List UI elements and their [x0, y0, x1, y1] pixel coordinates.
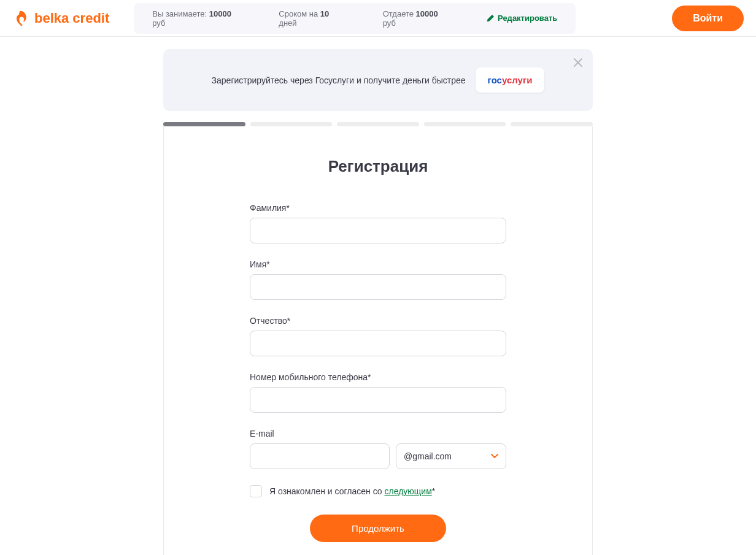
- page-header: belka credit Вы занимаете: 10000 руб Сро…: [0, 0, 756, 37]
- firstname-input[interactable]: [250, 274, 506, 300]
- firstname-field-group: Имя*: [250, 259, 506, 300]
- repay-info: Отдаете 10000 руб: [383, 9, 450, 28]
- borrow-info: Вы занимаете: 10000 руб: [152, 9, 242, 28]
- patronymic-field-group: Отчество*: [250, 316, 506, 356]
- lastname-field-group: Фамилия*: [250, 203, 506, 243]
- page-title: Регистрация: [250, 157, 506, 176]
- registration-form: Регистрация Фамилия* Имя* Отчество* Номе…: [163, 126, 593, 555]
- pencil-icon: [487, 15, 494, 22]
- progress-step-5: [511, 122, 593, 126]
- brand-name: belka credit: [34, 10, 109, 26]
- phone-field-group: Номер мобильного телефона*: [250, 372, 506, 413]
- phone-input[interactable]: [250, 387, 506, 413]
- patronymic-label: Отчество*: [250, 316, 506, 326]
- gosuslugi-button[interactable]: госуслуги: [476, 67, 545, 93]
- term-info: Сроком на 10 дней: [279, 9, 345, 28]
- progress-step-4: [424, 122, 506, 126]
- continue-button[interactable]: Продолжить: [310, 515, 446, 542]
- loan-info-bar: Вы занимаете: 10000 руб Сроком на 10 дне…: [134, 3, 576, 34]
- email-label: E-mail: [250, 429, 506, 438]
- squirrel-icon: [12, 10, 29, 27]
- main-container: Зарегистрируйтесь через Госуслуги и полу…: [163, 49, 593, 555]
- login-button[interactable]: Войти: [672, 6, 744, 31]
- patronymic-input[interactable]: [250, 331, 506, 356]
- consent-checkbox[interactable]: [250, 485, 262, 497]
- firstname-label: Имя*: [250, 259, 506, 269]
- consent-link[interactable]: следующим: [384, 486, 431, 496]
- chevron-down-icon: [491, 452, 498, 461]
- email-input[interactable]: [250, 443, 390, 469]
- edit-link[interactable]: Редактировать: [487, 13, 557, 23]
- close-icon[interactable]: [573, 58, 583, 71]
- email-domain-select[interactable]: @gmail.com: [396, 443, 506, 469]
- progress-step-1: [163, 122, 245, 126]
- email-field-group: E-mail @gmail.com: [250, 429, 506, 469]
- lastname-input[interactable]: [250, 218, 506, 243]
- brand-logo[interactable]: belka credit: [12, 10, 109, 27]
- progress-step-2: [250, 122, 333, 126]
- phone-label: Номер мобильного телефона*: [250, 372, 506, 382]
- consent-row: Я ознакомлен и согласен со следующим*: [250, 485, 506, 497]
- gosuslugi-banner: Зарегистрируйтесь через Госуслуги и полу…: [163, 49, 593, 111]
- progress-steps: [163, 122, 593, 126]
- email-domain-value: @gmail.com: [404, 451, 452, 461]
- banner-text: Зарегистрируйтесь через Госуслуги и полу…: [212, 75, 466, 85]
- consent-label: Я ознакомлен и согласен со следующим*: [269, 486, 435, 496]
- progress-step-3: [337, 122, 419, 126]
- lastname-label: Фамилия*: [250, 203, 506, 213]
